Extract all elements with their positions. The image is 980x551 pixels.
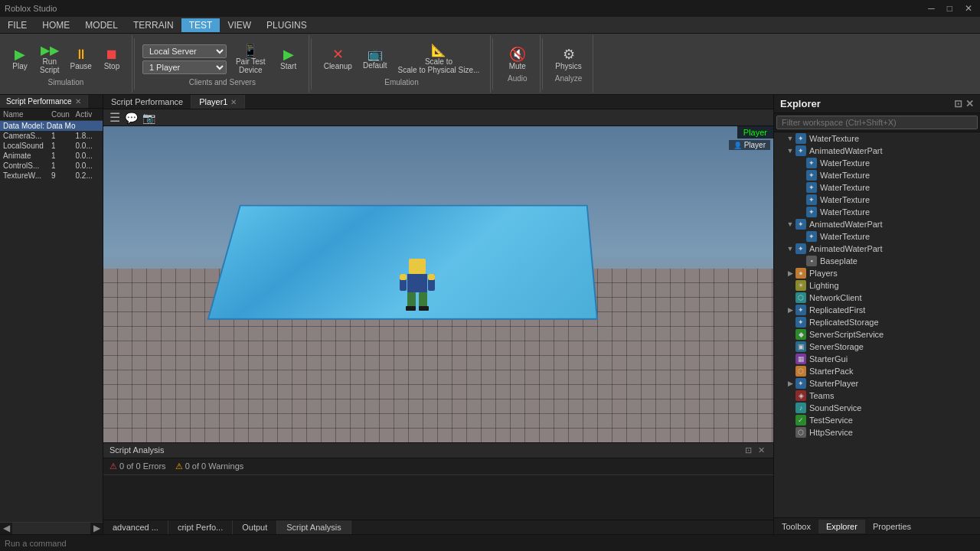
list-item[interactable]: ▼ ✦ AnimatedWaterPart	[774, 243, 980, 255]
start-label: Start	[280, 62, 296, 70]
sa-popout[interactable]: ⊡	[743, 445, 754, 455]
server-select[interactable]: Local Server	[142, 44, 227, 58]
list-item[interactable]: ▶ ✦ ReplicatedFirst	[774, 304, 980, 316]
titlebar: Roblox Studio ─ □ ✕	[0, 0, 980, 17]
list-item[interactable]: ✓ TestService	[774, 414, 980, 426]
viewport-content[interactable]: Player 👤 Player	[103, 126, 773, 442]
physics-icon: ⚙	[563, 47, 575, 61]
exp-btab-explorer[interactable]: Explorer	[818, 520, 865, 533]
menu-test[interactable]: TEST	[181, 18, 220, 32]
list-item[interactable]: ⬡ HttpService	[774, 426, 980, 439]
list-item[interactable]: ▦ StarterGui	[774, 353, 980, 365]
menu-view[interactable]: VIEW	[220, 18, 259, 32]
stop-label: Stop	[104, 62, 120, 70]
list-item[interactable]: ▼ ✦ WaterTexture	[774, 132, 980, 145]
script-perf-tab-close[interactable]: ✕	[75, 97, 81, 106]
sep1	[134, 38, 135, 90]
expand-icon: ▼	[785, 220, 795, 228]
explorer-header: Explorer ⊡ ✕	[774, 95, 980, 113]
exp-btab-properties[interactable]: Properties	[865, 520, 919, 533]
cleanup-button[interactable]: ✕ Cleanup	[319, 45, 357, 73]
play-button[interactable]: ▶ Play	[6, 45, 34, 73]
exp-btab-toolbox[interactable]: Toolbox	[774, 520, 818, 533]
scroll-track[interactable]	[12, 523, 90, 534]
pair-test-button[interactable]: 📱 Pair TestDevice	[231, 42, 270, 77]
bottom-tabs: advanced ... cript Perfo... Output Scrip…	[103, 520, 773, 534]
maximize-icon[interactable]: □	[944, 3, 956, 14]
menu-plugins[interactable]: PLUGINS	[259, 18, 315, 32]
viewport-tab-bar: Script Performance Player1 ✕	[103, 95, 773, 109]
list-item[interactable]: ✦ WaterTexture	[774, 206, 980, 218]
explorer-popout[interactable]: ⊡	[954, 98, 962, 109]
btab-cript-perf[interactable]: cript Perfo...	[168, 520, 233, 534]
list-item[interactable]: ◈ Teams	[774, 390, 980, 402]
list-item[interactable]: ♪ SoundService	[774, 402, 980, 414]
camera-icon[interactable]: 📷	[142, 112, 155, 124]
sa-close[interactable]: ✕	[756, 445, 767, 455]
list-item[interactable]: ▶ ✦ StarterPlayer	[774, 377, 980, 390]
btab-script-analysis[interactable]: Script Analysis	[277, 520, 351, 534]
scroll-right[interactable]: ▶	[90, 523, 103, 534]
list-item[interactable]: ▪ Baseplate	[774, 255, 980, 267]
default-button[interactable]: 📺 Default	[358, 46, 392, 72]
explorer-search-input[interactable]	[776, 116, 978, 129]
run-script-button[interactable]: ▶▶ RunScript	[35, 42, 64, 77]
list-item[interactable]: ✦ WaterTexture	[774, 230, 980, 243]
start-button[interactable]: ▶ Start	[275, 45, 302, 73]
script-perf-tab[interactable]: Script Performance ✕	[0, 95, 88, 108]
mute-button[interactable]: 🔇 Mute	[504, 45, 531, 73]
btab-output[interactable]: Output	[233, 520, 277, 534]
stop-icon: ⏹	[105, 47, 119, 61]
list-item[interactable]: ◆ ServerScriptService	[774, 328, 980, 341]
analyze-group: ⚙ Physics Analyze	[544, 35, 593, 93]
table-row[interactable]: TextureW... 9 0.2...	[0, 171, 103, 181]
item-icon: ☀	[795, 280, 806, 291]
menu-file[interactable]: FILE	[0, 18, 34, 32]
list-item[interactable]: ✦ WaterTexture	[774, 157, 980, 169]
client-select[interactable]: 1 Player	[142, 60, 227, 74]
list-item[interactable]: ✦ WaterTexture	[774, 169, 980, 181]
stop-button[interactable]: ⏹ Stop	[98, 45, 126, 73]
menu-terrain[interactable]: TERRAIN	[126, 18, 181, 32]
command-input[interactable]	[5, 539, 975, 548]
physics-button[interactable]: ⚙ Physics	[550, 45, 586, 73]
menu-home[interactable]: HOME	[34, 18, 77, 32]
table-row[interactable]: ControlS... 1 0.0...	[0, 161, 103, 171]
list-item[interactable]: ▼ ✦ AnimatedWaterPart	[774, 145, 980, 157]
item-icon: ✦	[795, 317, 806, 328]
minimize-icon[interactable]: ─	[925, 3, 938, 14]
btab-advanced[interactable]: advanced ...	[103, 520, 168, 534]
item-icon: ✦	[806, 158, 817, 168]
pair-test-icon: 📱	[243, 44, 258, 57]
hamburger-menu[interactable]: ☰	[109, 110, 120, 125]
table-row[interactable]: Animate 1 0.0...	[0, 151, 103, 161]
list-item[interactable]: ✦ WaterTexture	[774, 181, 980, 194]
list-item[interactable]: ⬡ StarterPack	[774, 365, 980, 377]
list-item[interactable]: ▶ ● Players	[774, 267, 980, 279]
list-item[interactable]: ▼ ✦ AnimatedWaterPart	[774, 218, 980, 230]
table-row[interactable]: CameraS... 1 1.8...	[0, 131, 103, 141]
tab-player1-close[interactable]: ✕	[230, 98, 237, 106]
tab-player1[interactable]: Player1 ✕	[191, 95, 245, 109]
run-icon: ▶▶	[41, 44, 59, 57]
sp-selected-row[interactable]: Data Model: Data Mo	[0, 121, 103, 131]
command-bar	[0, 534, 980, 551]
scale-button[interactable]: 📐 Scale toScale to Physical Size...	[394, 42, 485, 77]
script-perf-tab-label: Script Performance	[6, 97, 72, 106]
scroll-left[interactable]: ◀	[0, 523, 12, 534]
default-icon: 📺	[368, 48, 383, 60]
sa-header: Script Analysis ⊡ ✕	[103, 443, 773, 458]
list-item[interactable]: ⬡ NetworkClient	[774, 292, 980, 304]
tab-script-perf[interactable]: Script Performance	[103, 95, 191, 109]
list-item[interactable]: ▣ ServerStorage	[774, 341, 980, 353]
menu-model[interactable]: MODEL	[77, 18, 126, 32]
close-icon[interactable]: ✕	[962, 3, 975, 14]
chat-icon[interactable]: 💬	[125, 112, 138, 124]
pause-button[interactable]: ⏸ Pause	[66, 45, 96, 73]
list-item[interactable]: ✦ ReplicatedStorage	[774, 316, 980, 328]
table-row[interactable]: LocalSound 1 0.0...	[0, 141, 103, 151]
list-item[interactable]: ☀ Lighting	[774, 279, 980, 292]
explorer-close[interactable]: ✕	[965, 98, 974, 109]
list-item[interactable]: ✦ WaterTexture	[774, 194, 980, 206]
physics-label: Physics	[555, 62, 581, 70]
